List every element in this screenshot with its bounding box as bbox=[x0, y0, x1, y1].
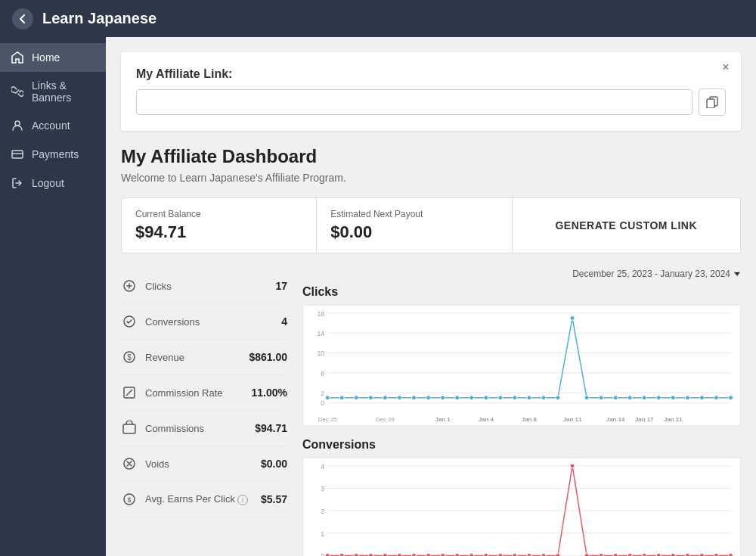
stats-row: Current Balance $94.71 Estimated Next Pa… bbox=[121, 197, 741, 253]
sidebar-item-logout[interactable]: Logout bbox=[0, 169, 106, 197]
estimated-payout-label: Estimated Next Payout bbox=[330, 209, 497, 219]
svg-text:2: 2 bbox=[321, 390, 324, 397]
metric-label-clicks: Clicks bbox=[145, 281, 268, 292]
svg-point-111 bbox=[714, 553, 718, 556]
sidebar-item-home[interactable]: Home bbox=[0, 43, 106, 72]
sidebar-label-logout: Logout bbox=[32, 177, 64, 189]
avg-earns-icon: $ bbox=[121, 491, 138, 508]
affiliate-link-label: My Affiliate Link: bbox=[136, 67, 726, 81]
svg-point-47 bbox=[484, 396, 488, 400]
sidebar: Home Links & Banners Account Payments bbox=[0, 37, 106, 556]
svg-text:Jan 17: Jan 17 bbox=[635, 416, 654, 423]
affiliate-link-input-row bbox=[136, 89, 726, 116]
svg-text:3: 3 bbox=[321, 485, 324, 492]
logout-icon bbox=[11, 176, 24, 190]
svg-point-106 bbox=[642, 553, 646, 556]
links-icon bbox=[11, 85, 24, 98]
svg-point-102 bbox=[584, 553, 589, 556]
svg-point-36 bbox=[325, 396, 330, 400]
sidebar-item-payments[interactable]: Payments bbox=[0, 140, 106, 169]
account-icon bbox=[11, 119, 24, 132]
svg-rect-4 bbox=[707, 99, 714, 108]
svg-point-45 bbox=[455, 396, 460, 400]
date-range-selector[interactable]: December 25, 2023 - January 23, 2024 bbox=[572, 269, 741, 279]
svg-point-56 bbox=[613, 396, 618, 400]
date-range-text: December 25, 2023 - January 23, 2024 bbox=[572, 269, 730, 279]
svg-point-52 bbox=[556, 396, 560, 400]
app-title: Learn Japanese bbox=[42, 10, 156, 27]
main-content: × My Affiliate Link: My Affiliate Dashbo… bbox=[106, 37, 756, 556]
svg-point-40 bbox=[383, 396, 387, 400]
metric-row-commissions: Commissions$94.71 bbox=[121, 411, 287, 446]
commission-rate-icon bbox=[121, 384, 138, 401]
generate-custom-link-button[interactable]: GENERATE CUSTOM LINK bbox=[513, 198, 741, 253]
dashboard-title: My Affiliate Dashboard bbox=[121, 146, 741, 167]
svg-text:0: 0 bbox=[321, 399, 324, 407]
svg-point-101 bbox=[570, 464, 575, 468]
app-header: Learn Japanese bbox=[0, 0, 756, 37]
svg-text:Dec 25: Dec 25 bbox=[318, 416, 338, 423]
svg-point-46 bbox=[469, 396, 474, 400]
svg-text:4: 4 bbox=[321, 463, 324, 471]
back-button[interactable] bbox=[12, 8, 33, 30]
metric-label-commissions: Commissions bbox=[145, 423, 247, 434]
svg-point-37 bbox=[339, 396, 344, 400]
affiliate-link-input[interactable] bbox=[136, 89, 692, 115]
svg-point-39 bbox=[368, 396, 373, 400]
current-balance-label: Current Balance bbox=[135, 209, 302, 219]
svg-rect-1 bbox=[12, 151, 23, 158]
svg-text:10: 10 bbox=[317, 349, 324, 357]
svg-text:0: 0 bbox=[321, 552, 324, 556]
svg-point-97 bbox=[513, 553, 517, 556]
svg-point-42 bbox=[412, 396, 417, 400]
svg-point-99 bbox=[541, 553, 546, 556]
svg-point-49 bbox=[513, 396, 517, 400]
metric-row-avg-earns: $Avg. Earns Per Clicki$5.57 bbox=[121, 482, 287, 517]
metric-row-conversions: Conversions4 bbox=[121, 304, 287, 340]
svg-point-55 bbox=[599, 396, 603, 400]
avg-earns-info-icon[interactable]: i bbox=[237, 495, 248, 505]
conversions-chart-title: Conversions bbox=[302, 438, 741, 452]
svg-text:Jan 4: Jan 4 bbox=[479, 416, 494, 423]
svg-line-10 bbox=[126, 390, 132, 396]
metric-label-avg-earns: Avg. Earns Per Clicki bbox=[145, 493, 253, 505]
svg-point-50 bbox=[527, 396, 531, 400]
metric-row-clicks: Clicks17 bbox=[121, 269, 287, 304]
conversions-chart: 01234Dec 25Dec 29Jan 1Jan 4Jan 8Jan 11Ja… bbox=[302, 458, 741, 556]
svg-point-104 bbox=[613, 553, 618, 556]
svg-point-44 bbox=[441, 396, 445, 400]
affiliate-link-card: × My Affiliate Link: bbox=[121, 52, 741, 131]
svg-point-43 bbox=[426, 396, 431, 400]
svg-point-48 bbox=[498, 396, 503, 400]
svg-text:$: $ bbox=[127, 353, 132, 362]
svg-point-108 bbox=[671, 553, 675, 556]
copy-button[interactable] bbox=[699, 89, 726, 116]
svg-point-64 bbox=[729, 396, 733, 400]
charts-panel: December 25, 2023 - January 23, 2024 Cli… bbox=[302, 269, 741, 556]
metric-label-revenue: Revenue bbox=[145, 352, 241, 363]
svg-point-59 bbox=[656, 396, 661, 400]
current-balance-box: Current Balance $94.71 bbox=[122, 198, 317, 253]
metric-value-commissions: $94.71 bbox=[255, 422, 287, 434]
sidebar-item-account[interactable]: Account bbox=[0, 111, 106, 140]
content-area: Clicks17Conversions4$Revenue$861.00Commi… bbox=[121, 269, 741, 556]
metrics-panel: Clicks17Conversions4$Revenue$861.00Commi… bbox=[121, 269, 287, 556]
svg-point-105 bbox=[627, 553, 632, 556]
metric-row-revenue: $Revenue$861.00 bbox=[121, 340, 287, 375]
commissions-icon bbox=[121, 420, 138, 436]
clicks-chart: 026101418Dec 25Dec 29Jan 1Jan 4Jan 8Jan … bbox=[302, 305, 741, 426]
sidebar-label-links: Links & Banners bbox=[32, 79, 95, 104]
svg-point-85 bbox=[339, 553, 344, 556]
clicks-chart-title: Clicks bbox=[302, 285, 741, 299]
svg-point-110 bbox=[699, 553, 704, 556]
close-button[interactable]: × bbox=[718, 60, 733, 75]
svg-point-91 bbox=[426, 553, 431, 556]
svg-point-60 bbox=[671, 396, 675, 400]
svg-text:Dec 29: Dec 29 bbox=[376, 416, 395, 423]
svg-text:18: 18 bbox=[317, 310, 324, 318]
svg-point-0 bbox=[15, 121, 20, 126]
svg-text:1: 1 bbox=[321, 530, 324, 538]
svg-text:6: 6 bbox=[321, 370, 324, 377]
sidebar-item-links-banners[interactable]: Links & Banners bbox=[0, 72, 106, 111]
svg-point-51 bbox=[541, 396, 546, 400]
